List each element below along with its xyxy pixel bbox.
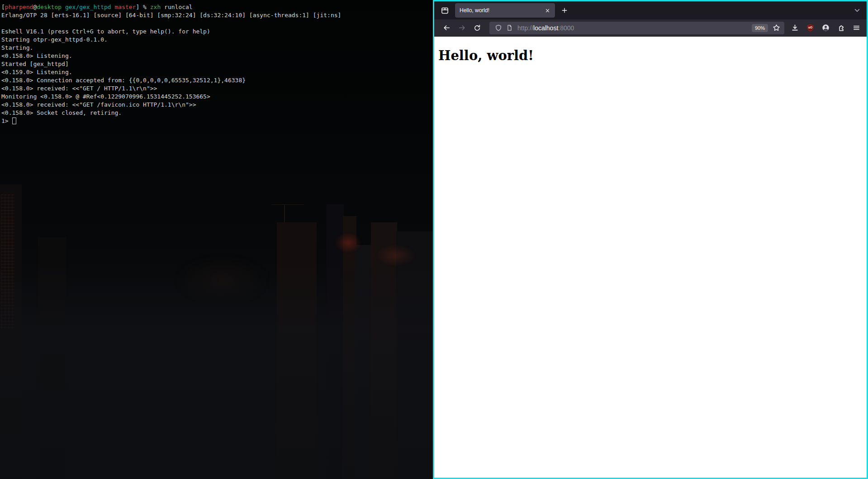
account-icon (822, 24, 830, 32)
ublock-origin-button[interactable]: uO (803, 21, 817, 35)
wallpaper-glow (375, 244, 416, 267)
close-icon (545, 8, 550, 13)
reload-icon (474, 24, 481, 32)
tab-close-button[interactable] (542, 5, 552, 15)
terminal-line: Erlang/OTP 28 [erts-16.1] [source] [64-b… (1, 11, 433, 19)
extensions-icon (837, 24, 845, 32)
terminal-line: <0.158.0> Socket closed, retiring. (1, 109, 433, 117)
terminal-output: [pharpend@desktop gex/gex_httpd master] … (0, 0, 433, 125)
terminal-window[interactable]: [pharpend@desktop gex/gex_httpd master] … (0, 0, 433, 479)
wallpaper-building (38, 237, 66, 479)
terminal-line: <0.158.0> Connection accepted from: {{0,… (1, 76, 433, 85)
url-host: localhost (533, 24, 558, 32)
terminal-line: Started [gex_httpd] (1, 60, 433, 68)
wallpaper-building (396, 231, 433, 479)
toolbar-end-buttons: uO (788, 21, 863, 35)
terminal-line: <0.158.0> received: <<"GET /favicon.ico … (1, 101, 433, 109)
menu-button[interactable] (849, 21, 863, 35)
wallpaper-building (277, 222, 317, 479)
terminal-line: <0.158.0> Listening. (1, 52, 433, 60)
chevron-down-icon (854, 7, 861, 14)
star-icon (773, 24, 780, 32)
firefox-view-icon (441, 7, 449, 14)
forward-icon (458, 24, 466, 32)
downloads-button[interactable] (788, 21, 802, 35)
wallpaper-building (371, 222, 397, 479)
extensions-button[interactable] (834, 21, 848, 35)
navigation-toolbar: http://localhost:8000 90% (434, 19, 867, 37)
wallpaper-building (1, 194, 14, 330)
back-button[interactable] (440, 21, 453, 35)
terminal-line: Starting. (1, 44, 433, 52)
screen: [pharpend@desktop gex/gex_httpd master] … (0, 0, 868, 479)
svg-text:uO: uO (808, 26, 812, 29)
terminal-line: Monitoring <0.158.0> @ #Ref<0.1229070996… (1, 93, 433, 101)
tab-hello-world[interactable]: Hello, world! (455, 3, 555, 18)
url-text[interactable]: http://localhost:8000 (517, 24, 574, 32)
wallpaper-glow (335, 233, 362, 253)
forward-button[interactable] (455, 21, 469, 35)
wallpaper-building (327, 204, 344, 479)
terminal-line: Eshell V16.1 (press Ctrl+G to abort, typ… (1, 28, 433, 36)
wallpaper-fog (0, 262, 433, 479)
terminal-line (1, 19, 433, 28)
page-heading: Hello, world! (434, 48, 867, 64)
firefox-view-button[interactable] (438, 4, 451, 17)
terminal-line: Starting otpr-gex_httpd-0.1.0. (1, 36, 433, 44)
url-port: :8000 (558, 24, 574, 32)
wallpaper-building (356, 245, 371, 479)
terminal-line: <0.158.0> received: <<"GET / HTTP/1.1\r\… (1, 85, 433, 93)
wallpaper-building (343, 216, 356, 479)
ublock-icon: uO (806, 24, 814, 32)
wallpaper-glow (172, 253, 271, 307)
downloads-icon (791, 24, 799, 32)
browser-window: Hello, world! (433, 0, 868, 479)
new-tab-icon (561, 7, 568, 14)
wallpaper-crane (271, 204, 304, 205)
wallpaper-crane (284, 204, 285, 231)
tab-title: Hello, world! (460, 7, 542, 14)
wallpaper-building (0, 184, 22, 479)
site-info-button[interactable] (504, 23, 515, 33)
list-all-tabs-button[interactable] (850, 4, 864, 17)
reload-button[interactable] (470, 21, 484, 35)
terminal-line: [pharpend@desktop gex/gex_httpd master] … (1, 3, 433, 11)
tracking-protection-button[interactable] (493, 23, 504, 33)
terminal-line: 1> (1, 117, 433, 125)
terminal-cursor (12, 117, 16, 124)
page-icon (506, 24, 513, 31)
bookmark-button[interactable] (771, 23, 782, 33)
page-content: Hello, world! (434, 37, 867, 478)
url-scheme: http:// (517, 24, 533, 32)
url-bar[interactable]: http://localhost:8000 90% (489, 22, 784, 34)
back-icon (443, 24, 451, 32)
new-tab-button[interactable] (558, 4, 571, 17)
tab-bar: Hello, world! (434, 1, 867, 19)
terminal-line: <0.159.0> Listening. (1, 68, 433, 76)
nav-buttons (440, 21, 484, 35)
menu-icon (853, 24, 860, 32)
zoom-level-badge[interactable]: 90% (752, 24, 768, 32)
account-button[interactable] (819, 21, 832, 35)
shield-icon (495, 24, 502, 32)
